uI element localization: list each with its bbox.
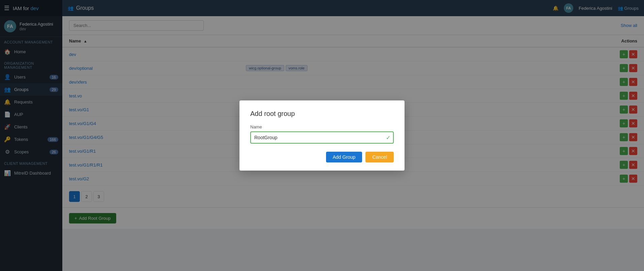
modal-name-input[interactable] [250,131,394,144]
modal-cancel-button[interactable]: Cancel [365,152,394,162]
modal-overlay[interactable]: Add root group Name ✓ Add Group Cancel [0,0,644,271]
modal-actions: Add Group Cancel [250,152,394,162]
valid-check-icon: ✓ [386,134,390,141]
modal-add-group-button[interactable]: Add Group [326,152,362,162]
modal-title: Add root group [250,110,394,118]
modal-name-label: Name [250,124,394,129]
add-root-group-modal: Add root group Name ✓ Add Group Cancel [239,100,405,171]
